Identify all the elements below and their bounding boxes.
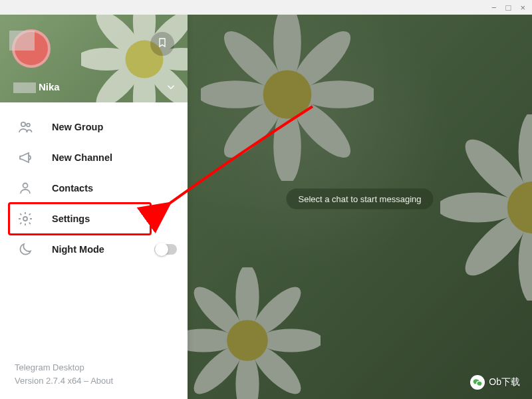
svg-point-2 <box>201 80 273 108</box>
svg-point-17 <box>507 182 532 233</box>
window-titlebar: − □ × <box>0 0 532 15</box>
bookmark-icon <box>157 37 168 51</box>
menu-label: Contacts <box>52 183 93 194</box>
moon-icon <box>17 241 33 257</box>
svg-point-11 <box>440 193 519 223</box>
app-name-label: Telegram Desktop <box>15 361 188 374</box>
svg-point-37 <box>27 124 30 127</box>
svg-point-7 <box>285 92 358 166</box>
svg-point-22 <box>188 280 249 342</box>
svg-point-20 <box>188 329 235 352</box>
window-minimize-button[interactable]: − <box>491 3 497 13</box>
svg-point-9 <box>519 114 532 193</box>
svg-point-21 <box>259 329 321 352</box>
svg-point-4 <box>216 23 289 96</box>
saved-messages-button[interactable] <box>150 32 174 56</box>
svg-point-10 <box>519 222 532 301</box>
people-icon <box>17 119 33 135</box>
svg-point-1 <box>273 108 301 181</box>
svg-point-13 <box>457 131 532 210</box>
svg-point-23 <box>245 280 307 342</box>
version-about-link[interactable]: Version 2.7.4 x64 – About <box>15 374 188 388</box>
svg-point-6 <box>216 92 289 166</box>
chat-background: Select a chat to start messaging <box>188 15 532 399</box>
wechat-icon <box>470 375 485 390</box>
menu-item-new-channel[interactable]: New Channel <box>0 142 188 173</box>
night-mode-toggle[interactable] <box>154 244 177 255</box>
svg-point-26 <box>227 320 268 361</box>
chevron-down-icon <box>165 84 177 95</box>
svg-point-34 <box>140 55 188 102</box>
gear-icon <box>17 211 33 227</box>
sidebar-header: Nika <box>0 15 188 102</box>
sidebar-panel: Nika New Group New Channel Contacts <box>0 15 188 399</box>
menu-item-night-mode[interactable]: Night Mode <box>0 234 188 265</box>
window-maximize-button[interactable]: □ <box>506 3 511 13</box>
svg-point-5 <box>285 23 358 96</box>
watermark: Ob下载 <box>470 375 520 390</box>
window-close-button[interactable]: × <box>520 3 525 13</box>
menu-label: New Channel <box>52 152 112 163</box>
empty-chat-hint: Select a chat to start messaging <box>287 189 434 209</box>
menu-label: Settings <box>52 213 90 224</box>
svg-point-24 <box>188 338 249 399</box>
svg-point-8 <box>263 70 312 119</box>
expand-accounts-button[interactable] <box>165 81 177 93</box>
svg-point-33 <box>90 55 149 102</box>
avatar[interactable] <box>12 29 51 68</box>
svg-point-18 <box>235 267 259 329</box>
svg-point-3 <box>301 80 374 108</box>
sidebar-footer: Telegram Desktop Version 2.7.4 x64 – Abo… <box>0 361 188 399</box>
watermark-text: Ob下载 <box>489 376 520 388</box>
menu-item-settings[interactable]: Settings <box>0 203 188 234</box>
svg-point-15 <box>457 205 532 285</box>
svg-point-38 <box>23 184 28 188</box>
menu-item-new-group[interactable]: New Group <box>0 112 188 142</box>
username-label: Nika <box>13 81 60 93</box>
sidebar-menu: New Group New Channel Contacts Settings … <box>0 102 188 361</box>
megaphone-icon <box>17 150 33 166</box>
menu-label: New Group <box>52 122 103 132</box>
svg-point-31 <box>90 15 149 63</box>
person-icon <box>17 180 33 196</box>
svg-point-39 <box>23 217 27 221</box>
menu-item-contacts[interactable]: Contacts <box>0 173 188 203</box>
svg-point-36 <box>21 122 25 126</box>
svg-point-29 <box>81 48 137 70</box>
svg-point-19 <box>235 352 259 399</box>
svg-point-0 <box>273 15 301 80</box>
svg-point-25 <box>245 338 307 399</box>
menu-label: Night Mode <box>52 244 104 255</box>
